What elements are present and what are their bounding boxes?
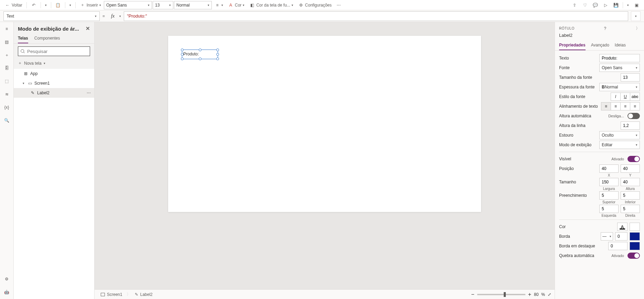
save-button[interactable]: 💾 [611, 1, 621, 9]
paste-button[interactable]: 📋 [53, 1, 63, 9]
back-button[interactable]: ← Voltar [3, 1, 24, 9]
underline-button[interactable]: U [620, 93, 630, 101]
align-left-button[interactable]: ≡ [601, 102, 611, 110]
fillcolor-swatch[interactable] [630, 223, 640, 231]
hamburger-icon[interactable]: ≡ [3, 25, 10, 32]
overflow-button[interactable]: ⋯ [335, 1, 343, 9]
settings-button[interactable]: ⚙ Configurações [296, 1, 334, 9]
tab-screens[interactable]: Telas [18, 34, 28, 43]
flows-icon[interactable]: ≋ [3, 91, 10, 98]
size-h-input[interactable] [621, 178, 640, 186]
size-w-input[interactable] [599, 178, 619, 186]
chevron-right-icon[interactable]: 〉 [636, 25, 640, 31]
property-dropdown[interactable]: Text ▾ [3, 11, 100, 21]
italic-button[interactable]: I [611, 93, 621, 101]
virtual-agent-icon[interactable]: 🤖 [3, 289, 10, 296]
resize-handle[interactable] [216, 49, 219, 51]
selection-box[interactable]: Produto: [182, 50, 218, 59]
resize-handle[interactable] [216, 57, 219, 60]
canvas-scroll[interactable]: Produto: [95, 22, 555, 289]
borderstyle-select[interactable]: —▾ [601, 232, 613, 241]
align-button[interactable]: ≡▾ [212, 1, 225, 9]
search-input[interactable] [18, 46, 90, 56]
prop-text-input[interactable] [599, 54, 640, 62]
media-icon[interactable]: ⬚ [3, 78, 10, 85]
formula-input[interactable]: "Produto:" [124, 11, 628, 21]
chevron-down-icon[interactable]: ▾ [119, 14, 121, 18]
align-justify-button[interactable]: ≡ [630, 102, 640, 110]
fbordercolor-swatch[interactable] [630, 242, 640, 250]
pad-left-input[interactable] [599, 205, 619, 213]
tab-components[interactable]: Componentes [34, 34, 60, 43]
prop-overflow-select[interactable]: Oculto▾ [599, 131, 640, 139]
wrap-toggle[interactable] [627, 253, 640, 259]
tree-item-screen1[interactable]: ▾ ▭ Screen1 [14, 78, 94, 88]
undo-button[interactable]: ↶ [29, 1, 39, 9]
font-select[interactable]: Open Sans ▾ [104, 1, 152, 9]
prop-weight-select[interactable]: B Normal▾ [599, 83, 640, 91]
canvas[interactable]: Produto: [168, 36, 481, 212]
resize-handle[interactable] [199, 49, 201, 51]
pos-x-input[interactable] [599, 164, 619, 173]
align-right-button[interactable]: ≡ [620, 102, 630, 110]
paste-menu[interactable]: ▾ [67, 1, 73, 9]
tree-item-label2[interactable]: ✎ Label2 ⋯ [14, 88, 94, 98]
prop-dispmode-select[interactable]: Editar▾ [599, 141, 640, 149]
crumb-screen[interactable]: Screen1 [98, 291, 125, 298]
tab-ideas[interactable]: Ideias [615, 41, 626, 50]
bordercolor-swatch[interactable] [630, 232, 640, 241]
comments-button[interactable]: 💬 [590, 1, 600, 9]
border-width-input[interactable] [615, 232, 627, 241]
insert-icon[interactable]: ＋ [3, 52, 10, 58]
checker-button[interactable]: ♡ [580, 1, 590, 9]
strike-button[interactable]: abc [630, 93, 640, 101]
help-icon[interactable]: ? [604, 26, 606, 31]
insert-button[interactable]: ＋ Inserir ▾ [78, 1, 103, 9]
tab-properties[interactable]: Propriedades [559, 41, 586, 50]
save-menu[interactable]: ▾ [625, 1, 631, 9]
resize-handle[interactable] [181, 53, 184, 56]
tree-item-app[interactable]: ⊞ App [14, 69, 94, 78]
new-screen-button[interactable]: ＋ Nova tela ▾ [14, 59, 94, 69]
more-icon[interactable]: ⋯ [87, 90, 91, 95]
search-icon[interactable]: 🔍 [3, 117, 10, 124]
expand-formula-button[interactable]: ▾ [631, 11, 641, 21]
fontcolor-button[interactable]: A Cor ▾ [226, 1, 247, 9]
zoom-in-button[interactable]: + [528, 291, 531, 298]
prop-size-input[interactable] [621, 73, 640, 82]
share-button[interactable]: ⇪ [570, 1, 579, 9]
tree-icon[interactable]: ▤ [3, 39, 10, 45]
fontweight-select[interactable]: Normal ▾ [174, 1, 212, 9]
prop-lineh-input[interactable] [621, 121, 640, 130]
visible-toggle[interactable] [627, 156, 640, 162]
resize-handle[interactable] [181, 57, 184, 60]
zoom-slider[interactable] [477, 294, 525, 295]
tab-advanced[interactable]: Avançado [591, 41, 609, 50]
fontsize-select[interactable]: 13 ▾ [153, 1, 173, 9]
undo-menu[interactable]: ▾ [43, 1, 49, 9]
pad-bot-input[interactable] [621, 191, 640, 200]
autoh-toggle[interactable] [627, 113, 640, 119]
settings-icon[interactable]: ⚙ [3, 276, 10, 282]
data-icon[interactable]: 🗄 [3, 65, 10, 72]
zoom-out-button[interactable]: − [471, 291, 474, 298]
slider-thumb[interactable] [504, 292, 506, 297]
variables-icon[interactable]: {x} [3, 104, 10, 111]
control-name: Label2 [555, 33, 644, 41]
align-center-button[interactable]: ≡ [611, 102, 621, 110]
crumb-label[interactable]: ✎ Label2 [132, 291, 155, 298]
resize-handle[interactable] [199, 57, 201, 60]
prop-font-select[interactable]: Open Sans▾ [599, 64, 640, 72]
close-icon[interactable]: ✕ [86, 25, 90, 32]
pad-right-input[interactable] [621, 205, 640, 213]
fborder-width-input[interactable] [608, 242, 627, 250]
fontcolor-button[interactable]: A [617, 223, 627, 231]
fill-button[interactable]: ◧ Cor da tela de fu... ▾ [247, 1, 295, 9]
fullscreen-icon[interactable]: ⤢ [548, 292, 551, 297]
resize-handle[interactable] [216, 53, 219, 56]
publish-button[interactable]: ▣ [632, 1, 641, 9]
resize-handle[interactable] [181, 49, 184, 51]
pos-y-input[interactable] [621, 164, 640, 173]
pad-top-input[interactable] [599, 191, 619, 200]
preview-button[interactable]: ▷ [601, 1, 610, 9]
